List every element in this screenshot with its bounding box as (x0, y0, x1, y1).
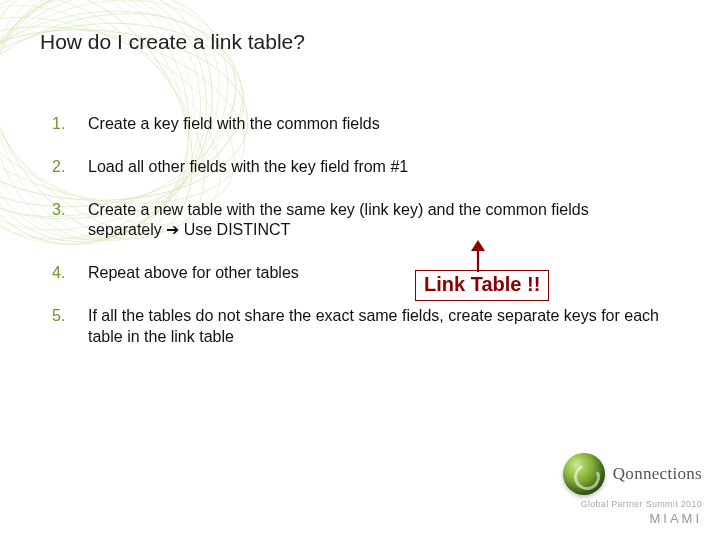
svg-marker-19 (471, 240, 485, 251)
footer: Qonnections Global Partner Summit 2010 M… (563, 453, 702, 526)
location-label: MIAMI (563, 511, 702, 526)
step-item: If all the tables do not share the exact… (52, 306, 662, 348)
slide-content: How do I create a link table? Create a k… (0, 0, 720, 348)
arrow-up-icon (467, 240, 489, 274)
slide-title: How do I create a link table? (40, 30, 680, 54)
brand-name: Qonnections (613, 464, 702, 484)
link-table-callout: Link Table !! (415, 270, 549, 301)
steps-list: Create a key field with the common field… (40, 114, 680, 348)
step-item: Create a new table with the same key (li… (52, 200, 662, 242)
step-item: Repeat above for other tables (52, 263, 662, 284)
qlik-logo-icon (563, 453, 605, 495)
callout-group: Link Table !! (415, 270, 549, 301)
step-item: Load all other fields with the key field… (52, 157, 662, 178)
brand-subtitle: Global Partner Summit 2010 (563, 499, 702, 509)
step-item: Create a key field with the common field… (52, 114, 662, 135)
